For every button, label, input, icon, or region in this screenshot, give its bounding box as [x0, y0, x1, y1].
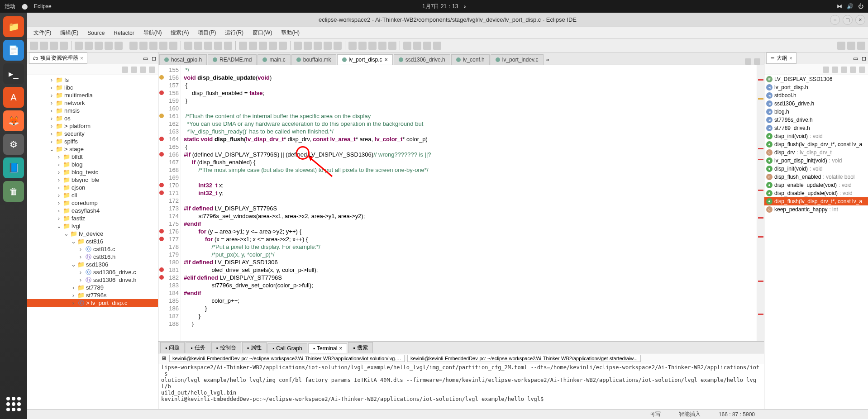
toolbar-button[interactable]: [40, 42, 48, 50]
menu-item[interactable]: Source: [84, 29, 108, 37]
editor-tab[interactable]: lv_port_indev.c: [491, 54, 544, 65]
tree-node[interactable]: ›ⓒssd1306_drive.c: [27, 268, 158, 276]
tree-node[interactable]: ›ⓒcst816.c: [27, 245, 158, 253]
bottom-tab[interactable]: ▪Call Graph: [267, 343, 307, 353]
tree-node[interactable]: ›📁blfdt: [27, 153, 158, 161]
editor-tab[interactable]: bouffalo.mk: [291, 54, 336, 65]
editor-tab[interactable]: README.md: [208, 54, 257, 65]
close-icon[interactable]: ×: [80, 55, 83, 62]
toolbar-button[interactable]: [259, 42, 267, 50]
tree-node[interactable]: ›📁fastlz: [27, 214, 158, 222]
toolbar-button[interactable]: [105, 42, 113, 50]
project-explorer-tab[interactable]: 🗂 项目资源管理器 ×: [29, 52, 87, 64]
bottom-tab[interactable]: ▪搜索: [348, 342, 372, 353]
editor-tab[interactable]: ssd1306_drive.h: [394, 54, 450, 65]
tree-node[interactable]: ›📁multimedia: [27, 91, 158, 99]
terminal-output[interactable]: lipse-workspace2/Ai-Thinker-WB2/applicat…: [158, 363, 764, 409]
trash-icon[interactable]: 🗑: [3, 181, 24, 202]
software-icon[interactable]: A: [3, 87, 24, 108]
outline-tab[interactable]: ≣ 大纲 ×: [766, 52, 796, 64]
outline-item[interactable]: ◂ssd1306_drive.h: [764, 100, 868, 108]
sound-icon[interactable]: 🔊: [847, 3, 854, 10]
max-editor-icon[interactable]: [754, 58, 760, 65]
filter-icon[interactable]: [140, 67, 146, 73]
terminal-icon[interactable]: ▸_: [3, 63, 24, 84]
tree-node[interactable]: ›📁easyflash4: [27, 207, 158, 214]
toolbar-button[interactable]: [294, 42, 302, 50]
project-tree[interactable]: ›📁fs›📁libc›📁multimedia›📁network›📁nmsis›📁…: [27, 75, 158, 409]
close-icon[interactable]: ×: [385, 57, 388, 63]
toolbar-button[interactable]: [85, 42, 93, 50]
settings-icon[interactable]: ⚙: [3, 134, 24, 155]
toolbar-button[interactable]: [214, 42, 222, 50]
toolbar-button[interactable]: [433, 42, 441, 50]
tree-node[interactable]: ›📁fs: [27, 76, 158, 84]
toolbar-button[interactable]: [334, 42, 342, 50]
toolbar-button[interactable]: [239, 42, 247, 50]
sort-icon[interactable]: [823, 67, 829, 73]
toolbar-button[interactable]: [368, 42, 377, 50]
tree-node[interactable]: ›ⓗcst816.h: [27, 253, 158, 261]
bottom-tab[interactable]: ▪属性: [242, 342, 267, 353]
toolbar-button[interactable]: [75, 42, 83, 50]
toolbar-button[interactable]: [224, 42, 232, 50]
outline-item[interactable]: ◂st7789_drive.h: [764, 124, 868, 132]
outline-item[interactable]: ○keep_pedantic_happy : int: [764, 205, 868, 214]
outline-item[interactable]: ○disp_flush_enabled : volatile bool: [764, 173, 868, 181]
close-button[interactable]: ×: [855, 15, 865, 25]
menu-item[interactable]: Refactor: [110, 29, 138, 37]
toolbar-button[interactable]: [388, 42, 396, 50]
bottom-tab[interactable]: ▪Terminal×: [308, 343, 348, 353]
tree-node[interactable]: ›📁blog: [27, 161, 158, 168]
outline-item[interactable]: ○disp_drv : lv_disp_drv_t: [764, 148, 868, 157]
toolbar-button[interactable]: [129, 42, 138, 50]
toolbar-button[interactable]: [249, 42, 257, 50]
maximize-button[interactable]: ◻: [843, 15, 853, 25]
menu-item[interactable]: 窗口(W): [249, 28, 276, 38]
toolbar-button[interactable]: [403, 42, 411, 50]
toolbar-button[interactable]: [95, 42, 103, 50]
tree-node[interactable]: ›ⓒ> lv_port_disp.c: [27, 299, 158, 307]
notes-icon[interactable]: 📘: [3, 157, 24, 178]
tree-node[interactable]: ›📁> platform: [27, 122, 158, 130]
files-icon[interactable]: 📁: [3, 16, 24, 37]
outline-list[interactable]: #LV_DISPLAY_SSD1306◂lv_port_disp.h◂stdbo…: [764, 75, 868, 409]
network-icon[interactable]: ⧓: [837, 3, 842, 10]
toolbar-button[interactable]: [358, 42, 367, 50]
tree-node[interactable]: ›📁cli: [27, 191, 158, 199]
editor-tab[interactable]: lv_port_disp.c×: [337, 54, 393, 65]
firefox-icon[interactable]: 🦊: [3, 110, 24, 131]
outline-item[interactable]: ●disp_init(void) : void: [764, 132, 868, 140]
menu-item[interactable]: 导航(N): [140, 28, 166, 38]
toolbar-button[interactable]: [269, 42, 277, 50]
power-icon[interactable]: ⏻: [858, 3, 863, 10]
terminal-tab[interactable]: kevinli@kevinli-EmbeddedDev-pc: ~/eclips…: [407, 355, 641, 362]
tree-node[interactable]: ›📁os: [27, 114, 158, 122]
close-icon[interactable]: ×: [789, 55, 792, 62]
min-editor-icon[interactable]: [745, 58, 751, 65]
link-editor-icon[interactable]: [131, 67, 137, 73]
view-menu-icon[interactable]: [859, 67, 865, 73]
tree-node[interactable]: ›📁security: [27, 130, 158, 138]
editor-tab[interactable]: hosal_gpio.h: [159, 54, 207, 65]
toolbar-button[interactable]: [204, 42, 212, 50]
tree-node[interactable]: ⌄📁lv_device: [27, 230, 158, 238]
tree-node[interactable]: ›📁blsync_ble: [27, 176, 158, 184]
menu-item[interactable]: 项目(P): [194, 28, 219, 38]
libreoffice-icon[interactable]: 📄: [3, 40, 24, 61]
bell-icon[interactable]: ♪: [463, 3, 466, 10]
show-more-tabs[interactable]: »: [544, 55, 551, 65]
bottom-tab[interactable]: ▪任务: [186, 342, 210, 353]
minimize-view-icon[interactable]: ▭: [141, 55, 150, 62]
bottom-tab[interactable]: ▪控制台: [211, 342, 241, 353]
minimize-button[interactable]: −: [830, 15, 840, 25]
open-perspective-icon[interactable]: [847, 42, 855, 50]
toolbar-button[interactable]: [194, 42, 202, 50]
overview-ruler[interactable]: [757, 65, 764, 341]
toolbar-button[interactable]: [413, 42, 421, 50]
outline-item[interactable]: ◂st7796s_drive.h: [764, 116, 868, 124]
toolbar-button[interactable]: [60, 42, 68, 50]
tree-node[interactable]: ›📁st7789: [27, 284, 158, 291]
tree-node[interactable]: ›📁coredump: [27, 199, 158, 207]
tree-node[interactable]: ›📁network: [27, 99, 158, 107]
